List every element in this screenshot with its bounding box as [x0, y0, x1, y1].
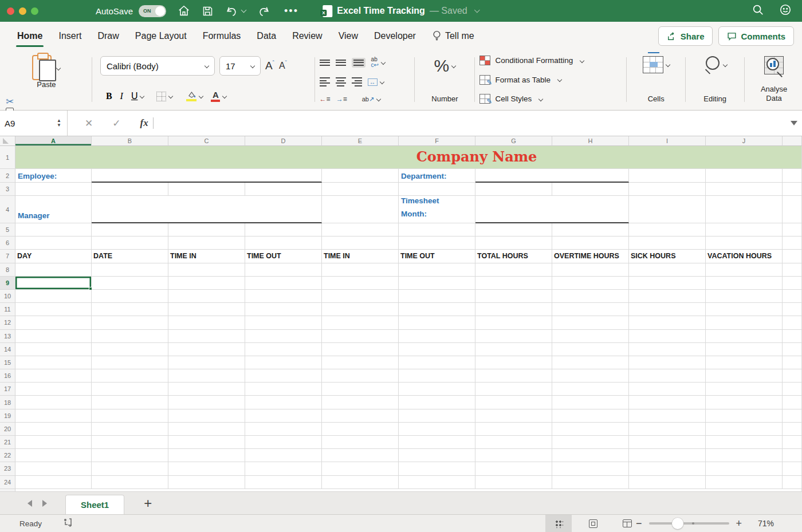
- cell-F8[interactable]: [399, 263, 475, 277]
- cell-D19[interactable]: [245, 409, 322, 423]
- cell-J19[interactable]: [706, 409, 783, 423]
- conditional-formatting-button[interactable]: Conditional Formatting: [479, 56, 622, 65]
- cell-I5[interactable]: [629, 223, 706, 237]
- insert-function-icon[interactable]: fx: [140, 117, 148, 129]
- formula-input[interactable]: [154, 111, 802, 136]
- cell-H20[interactable]: [552, 423, 629, 436]
- cell-B8[interactable]: [92, 263, 168, 277]
- cell-E22[interactable]: [322, 449, 399, 462]
- page-layout-view-button[interactable]: [580, 515, 606, 532]
- name-box[interactable]: A9 ▲▼: [0, 111, 68, 136]
- cell-E16[interactable]: [322, 369, 399, 383]
- cell-K18[interactable]: [783, 396, 802, 409]
- cell-K9[interactable]: [783, 277, 802, 290]
- cell-G15[interactable]: [475, 356, 552, 369]
- cell-J10[interactable]: [706, 290, 783, 303]
- search-icon[interactable]: [752, 3, 764, 18]
- number-format-button[interactable]: %: [434, 56, 456, 76]
- cell-F11[interactable]: [399, 303, 475, 316]
- cell-J13[interactable]: [706, 330, 783, 343]
- cell-B20[interactable]: [92, 423, 168, 436]
- row-header-11[interactable]: 11: [0, 303, 15, 316]
- cell-K8[interactable]: [783, 263, 802, 277]
- cell-K15[interactable]: [783, 356, 802, 369]
- column-header-I[interactable]: I: [629, 136, 706, 146]
- document-title[interactable]: Excel Time Tracking — Saved: [323, 0, 479, 22]
- cell-I8[interactable]: [629, 263, 706, 277]
- cell-G16[interactable]: [475, 369, 552, 383]
- row-header-24[interactable]: 24: [0, 476, 15, 489]
- cell-C22[interactable]: [168, 449, 245, 462]
- row-header-12[interactable]: 12: [0, 316, 15, 329]
- cell-K16[interactable]: [783, 369, 802, 383]
- italic-button[interactable]: I: [120, 91, 123, 101]
- cell-G19[interactable]: [475, 409, 552, 423]
- tab-tell-me[interactable]: Tell me: [424, 22, 482, 50]
- cell-H13[interactable]: [552, 330, 629, 343]
- font-color-chevron[interactable]: [222, 94, 227, 98]
- cell-K3[interactable]: [783, 183, 802, 196]
- cell-D14[interactable]: [245, 343, 322, 356]
- cell-E9[interactable]: [322, 277, 399, 290]
- cell-G17[interactable]: [475, 383, 552, 396]
- zoom-window-button[interactable]: [31, 7, 38, 15]
- row-header-13[interactable]: 13: [0, 330, 15, 343]
- cell-H14[interactable]: [552, 343, 629, 356]
- cell-I4[interactable]: [629, 196, 706, 223]
- cell-H8[interactable]: [552, 263, 629, 277]
- cell-E5[interactable]: [322, 223, 399, 237]
- editing-button[interactable]: [703, 56, 727, 73]
- cell-B22[interactable]: [92, 449, 168, 462]
- cell-H5[interactable]: [552, 223, 629, 237]
- fill-color-chevron[interactable]: [199, 94, 203, 98]
- cell-F10[interactable]: [399, 290, 475, 303]
- macro-record-icon[interactable]: [62, 518, 74, 530]
- cell-F17[interactable]: [399, 383, 475, 396]
- autosave-toggle[interactable]: ON: [139, 5, 166, 17]
- align-middle-icon[interactable]: [336, 60, 346, 66]
- row-header-16[interactable]: 16: [0, 369, 15, 383]
- row-header-7[interactable]: 7: [0, 250, 15, 263]
- cell-C23[interactable]: [168, 462, 245, 475]
- row-header-8[interactable]: 8: [0, 263, 15, 277]
- cell-C6[interactable]: [168, 237, 245, 250]
- cell-B6[interactable]: [92, 237, 168, 250]
- cell-F14[interactable]: [399, 343, 475, 356]
- cell-F13[interactable]: [399, 330, 475, 343]
- column-header-F[interactable]: F: [399, 136, 475, 146]
- cell-D17[interactable]: [245, 383, 322, 396]
- cell-K4[interactable]: [783, 196, 802, 223]
- share-button[interactable]: Share: [658, 26, 713, 46]
- cell-J3[interactable]: [706, 183, 783, 196]
- cell-C17[interactable]: [168, 383, 245, 396]
- cell-H12[interactable]: [552, 316, 629, 329]
- cell-H19[interactable]: [552, 409, 629, 423]
- cell-H6[interactable]: [552, 237, 629, 250]
- row-header-18[interactable]: 18: [0, 396, 15, 409]
- select-all-corner[interactable]: [0, 136, 15, 146]
- cell-F18[interactable]: [399, 396, 475, 409]
- row-header-17[interactable]: 17: [0, 383, 15, 396]
- row-header-6[interactable]: 6: [0, 237, 15, 250]
- cell-C18[interactable]: [168, 396, 245, 409]
- column-header-A[interactable]: A: [15, 136, 92, 146]
- cell-I13[interactable]: [629, 330, 706, 343]
- cell-D12[interactable]: [245, 316, 322, 329]
- cell-F3[interactable]: [399, 183, 475, 196]
- borders-icon[interactable]: [156, 92, 166, 101]
- zoom-out-button[interactable]: −: [636, 518, 642, 530]
- cell-A19[interactable]: [15, 409, 92, 423]
- cell-B12[interactable]: [92, 316, 168, 329]
- cell-E20[interactable]: [322, 423, 399, 436]
- cell-I20[interactable]: [629, 423, 706, 436]
- cell-H9[interactable]: [552, 277, 629, 290]
- cell-G5[interactable]: [475, 223, 552, 237]
- underline-chevron[interactable]: [140, 94, 144, 98]
- format-as-table-button[interactable]: ✎ Format as Table: [479, 75, 622, 85]
- cell-D9[interactable]: [245, 277, 322, 290]
- column-header-H[interactable]: H: [552, 136, 629, 146]
- text-orientation-chevron[interactable]: [376, 97, 381, 101]
- cell-E10[interactable]: [322, 290, 399, 303]
- cell-D11[interactable]: [245, 303, 322, 316]
- cell-J8[interactable]: [706, 263, 783, 277]
